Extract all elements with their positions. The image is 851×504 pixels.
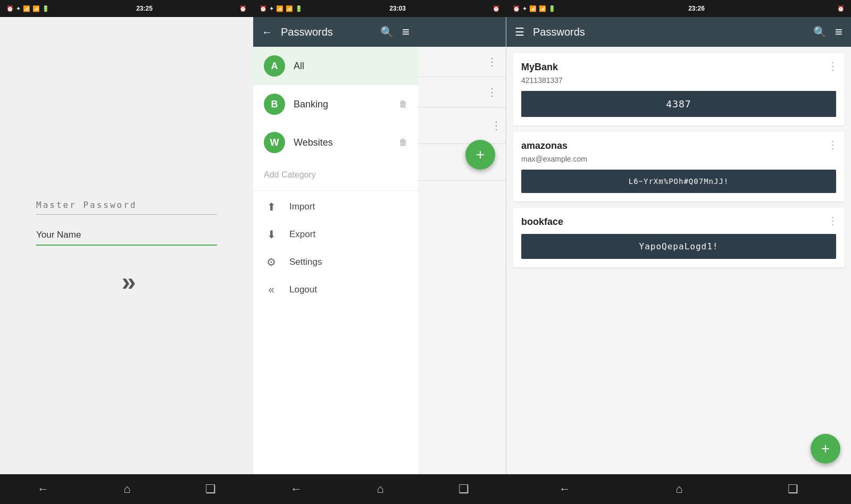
panel3-home-button[interactable]: ⌂ — [665, 478, 693, 500]
sort-button[interactable]: ≡ — [402, 24, 410, 39]
export-label: Export — [289, 229, 315, 240]
sidebar-drawer: ← Passwords 🔍 ≡ A All B Banking 🗑 W Webs… — [253, 17, 418, 474]
panel2-right-icons: ⏰ — [493, 5, 500, 12]
master-password-input[interactable] — [36, 196, 217, 215]
bluetooth-icon: ✦ — [269, 5, 274, 12]
panel2-back-button[interactable]: ← — [280, 478, 313, 500]
amazonas-more-button[interactable]: ⋮ — [828, 138, 838, 151]
more-dots-icon[interactable]: ⋮ — [491, 119, 502, 132]
panel3-toolbar: ☰ Passwords 🔍 ≡ — [506, 17, 851, 47]
panel3-status-icons: ⏰ ✦ 📶 📶 🔋 — [513, 5, 556, 12]
login-panel: » — [0, 17, 253, 474]
bottom-nav: ← ⌂ ❑ ← ⌂ ❑ ← ⌂ ❑ — [0, 474, 851, 504]
panel3-sort-button[interactable]: ≡ — [835, 24, 842, 39]
amazonas-username: max@example.com — [521, 155, 836, 163]
alarm-icon: ⏰ — [260, 5, 267, 12]
more-dots-icon[interactable]: ⋮ — [487, 55, 497, 68]
wifi-icon: 📶 — [23, 5, 30, 12]
panel2-status-bar: ⏰ ✦ 📶 📶 🔋 23:03 ⏰ — [253, 5, 506, 12]
add-button[interactable]: + — [465, 140, 495, 170]
mybank-username: 4211381337 — [521, 76, 836, 85]
logout-icon: « — [264, 283, 279, 296]
import-button[interactable]: ⬆ Import — [253, 193, 418, 221]
mybank-name: MyBank — [521, 62, 836, 73]
logout-label: Logout — [289, 284, 317, 295]
battery-icon: 🔋 — [295, 5, 303, 12]
password-detail-panel: ☰ Passwords 🔍 ≡ ⋮ MyBank 4211381337 4387… — [506, 17, 851, 474]
sidebar-panel: ⋮ ⋮ 7MnJJ! ⋮ d1! + ← Passwords 🔍 — [253, 17, 506, 474]
sidebar-toolbar: ← Passwords 🔍 ≡ — [253, 17, 418, 47]
sidebar-item-all[interactable]: A All — [253, 47, 418, 85]
panel2-time: 23:03 — [389, 5, 406, 12]
alarm-icon: ⏰ — [6, 5, 14, 12]
main-content: » ⋮ ⋮ 7MnJJ! ⋮ d1! + — [0, 17, 851, 474]
signal-icon: 📶 — [539, 5, 546, 12]
panel2-status-icons: ⏰ ✦ 📶 📶 🔋 — [260, 5, 303, 12]
alarm2-icon: ⏰ — [837, 5, 845, 12]
import-label: Import — [289, 201, 315, 212]
panel1-time: 23:25 — [136, 5, 153, 12]
import-icon: ⬆ — [264, 200, 279, 213]
panel3-recents-button[interactable]: ❑ — [777, 478, 809, 500]
panel2-bottom-nav: ← ⌂ ❑ — [253, 478, 506, 500]
panel2-recents-button[interactable]: ❑ — [448, 478, 480, 500]
export-icon: ⬇ — [264, 228, 279, 241]
panel1-right-icons: ⏰ — [239, 5, 247, 12]
mybank-password-bar[interactable]: 4387 — [521, 91, 836, 117]
mybank-card: ⋮ MyBank 4211381337 4387 — [513, 53, 845, 125]
panel1-bottom-nav: ← ⌂ ❑ — [0, 478, 253, 500]
panel3-back-button[interactable]: ← — [548, 478, 581, 500]
panel3-content: ⋮ MyBank 4211381337 4387 ⋮ amazonas max@… — [506, 47, 851, 474]
add-category-button[interactable]: Add Category — [253, 162, 418, 188]
signal-icon: 📶 — [32, 5, 40, 12]
panel3-title: Passwords — [533, 26, 805, 38]
panel3-bottom-nav: ← ⌂ ❑ — [506, 478, 851, 500]
submit-button[interactable]: » — [122, 267, 132, 296]
more-dots-icon[interactable]: ⋮ — [487, 86, 497, 98]
alarm2-icon: ⏰ — [493, 5, 500, 12]
bookface-card: ⋮ bookface YapoQepaLogd1! — [513, 208, 845, 267]
login-form: » — [36, 196, 217, 296]
websites-delete-icon[interactable]: 🗑 — [399, 138, 407, 147]
export-button[interactable]: ⬇ Export — [253, 221, 418, 248]
amazonas-card: ⋮ amazonas max@example.com L6~YrXm%POh#Q… — [513, 132, 845, 201]
sidebar-item-banking[interactable]: B Banking 🗑 — [253, 85, 418, 123]
alarm-icon: ⏰ — [513, 5, 520, 12]
search-button[interactable]: 🔍 — [380, 26, 394, 38]
panel2-home-button[interactable]: ⌂ — [366, 478, 394, 500]
sidebar-title: Passwords — [281, 26, 372, 38]
sidebar-item-websites[interactable]: W Websites 🗑 — [253, 123, 418, 162]
bookface-more-button[interactable]: ⋮ — [828, 214, 838, 227]
alarm2-icon: ⏰ — [239, 5, 247, 12]
wifi-icon: 📶 — [276, 5, 283, 12]
panel1-home-button[interactable]: ⌂ — [113, 478, 141, 500]
websites-badge: W — [264, 132, 285, 153]
panel3-menu-button[interactable]: ☰ — [515, 26, 524, 38]
amazonas-password-bar[interactable]: L6~YrXm%POh#Q07MnJJ! — [521, 170, 836, 193]
websites-label: Websites — [294, 137, 390, 148]
sidebar-divider — [253, 190, 418, 191]
mybank-more-button[interactable]: ⋮ — [828, 60, 838, 72]
bookface-name: bookface — [521, 216, 836, 228]
banking-delete-icon[interactable]: 🗑 — [399, 99, 407, 109]
panel3-time: 23:26 — [688, 5, 705, 12]
banking-badge: B — [264, 94, 285, 115]
panel3-search-button[interactable]: 🔍 — [813, 26, 827, 38]
back-button[interactable]: ← — [262, 26, 272, 38]
username-input[interactable] — [36, 225, 217, 246]
all-label: All — [294, 61, 407, 72]
panel3-right-icons: ⏰ — [837, 5, 845, 12]
bookface-password-bar[interactable]: YapoQepaLogd1! — [521, 234, 836, 259]
add-password-button[interactable]: + — [811, 434, 840, 464]
panel1-status-icons: ⏰ ✦ 📶 📶 🔋 — [6, 5, 49, 12]
panel1-recents-button[interactable]: ❑ — [195, 478, 227, 500]
amazonas-name: amazonas — [521, 140, 836, 152]
battery-icon: 🔋 — [42, 5, 49, 12]
settings-button[interactable]: ⚙ Settings — [253, 248, 418, 276]
logout-button[interactable]: « Logout — [253, 276, 418, 303]
status-bar: ⏰ ✦ 📶 📶 🔋 23:25 ⏰ ⏰ ✦ 📶 📶 🔋 23:03 ⏰ ⏰ ✦ … — [0, 0, 851, 17]
all-badge: A — [264, 55, 285, 77]
panel3-status-bar: ⏰ ✦ 📶 📶 🔋 23:26 ⏰ — [506, 5, 851, 12]
settings-label: Settings — [289, 257, 322, 267]
panel1-back-button[interactable]: ← — [27, 478, 60, 500]
